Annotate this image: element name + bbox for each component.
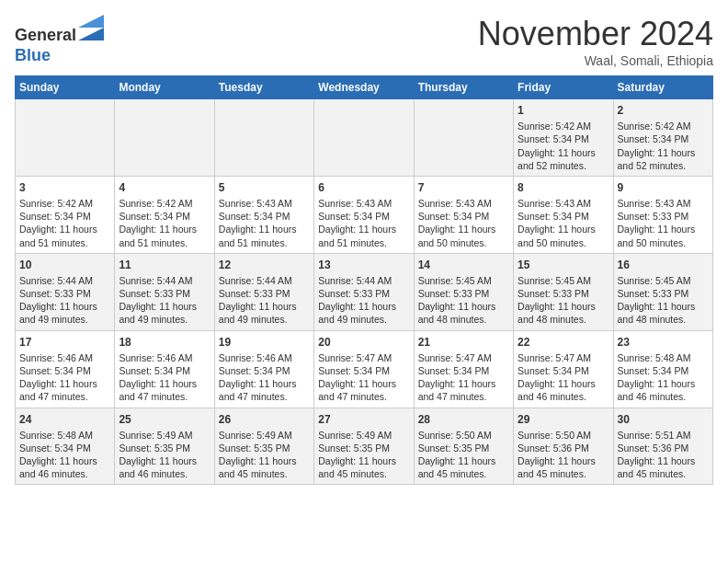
cell-info: Daylight: 11 hours: [618, 146, 709, 159]
cell-info: Daylight: 11 hours: [518, 454, 609, 467]
calendar-cell: 30Sunrise: 5:51 AMSunset: 5:36 PMDayligh…: [613, 408, 712, 485]
cell-info: and 45 minutes.: [618, 467, 709, 480]
cell-info: Sunset: 5:34 PM: [119, 210, 210, 223]
day-number: 14: [418, 258, 509, 272]
week-row-3: 10Sunrise: 5:44 AMSunset: 5:33 PMDayligh…: [16, 253, 713, 330]
day-number: 24: [19, 412, 110, 427]
cell-info: and 46 minutes.: [119, 467, 210, 480]
day-number: 19: [219, 335, 310, 350]
cell-info: Sunset: 5:34 PM: [19, 364, 110, 377]
calendar-cell: 10Sunrise: 5:44 AMSunset: 5:33 PMDayligh…: [16, 253, 115, 330]
cell-info: Sunset: 5:34 PM: [618, 364, 709, 377]
day-number: 6: [318, 180, 409, 195]
cell-info: Sunrise: 5:47 AM: [518, 351, 609, 364]
cell-info: Daylight: 11 hours: [618, 300, 709, 313]
day-header-wednesday: Wednesday: [314, 76, 414, 99]
cell-info: Sunset: 5:33 PM: [119, 287, 210, 300]
cell-info: Sunset: 5:35 PM: [119, 442, 210, 454]
cell-info: Sunset: 5:33 PM: [618, 210, 709, 223]
cell-info: Daylight: 11 hours: [219, 300, 310, 313]
cell-info: Daylight: 11 hours: [318, 377, 409, 390]
cell-info: Sunrise: 5:49 AM: [318, 429, 409, 442]
cell-info: Daylight: 11 hours: [219, 223, 310, 236]
calendar-cell: 14Sunrise: 5:45 AMSunset: 5:33 PMDayligh…: [414, 253, 513, 330]
cell-info: Sunset: 5:33 PM: [618, 287, 709, 300]
day-number: 20: [318, 335, 409, 350]
day-number: 11: [119, 258, 210, 272]
calendar-cell: [115, 99, 214, 177]
calendar-cell: 17Sunrise: 5:46 AMSunset: 5:34 PMDayligh…: [16, 330, 115, 408]
svg-marker-0: [78, 28, 104, 40]
cell-info: Daylight: 11 hours: [19, 377, 110, 390]
cell-info: Sunset: 5:34 PM: [418, 364, 509, 377]
cell-info: Daylight: 11 hours: [19, 300, 110, 313]
cell-info: Daylight: 11 hours: [418, 377, 509, 390]
cell-info: Daylight: 11 hours: [219, 454, 310, 467]
cell-info: Sunrise: 5:42 AM: [19, 197, 110, 210]
day-number: 29: [518, 412, 609, 427]
cell-info: Daylight: 11 hours: [418, 223, 509, 236]
cell-info: and 47 minutes.: [318, 390, 409, 403]
cell-info: Sunset: 5:34 PM: [518, 132, 609, 145]
logo-blue: Blue: [15, 46, 51, 64]
cell-info: and 51 minutes.: [119, 236, 210, 249]
cell-info: Sunrise: 5:49 AM: [219, 429, 310, 442]
day-number: 4: [119, 180, 210, 195]
calendar-cell: 22Sunrise: 5:47 AMSunset: 5:34 PMDayligh…: [514, 330, 613, 408]
day-number: 9: [618, 180, 709, 195]
cell-info: Sunset: 5:35 PM: [219, 442, 310, 454]
cell-info: Sunrise: 5:44 AM: [19, 274, 110, 287]
cell-info: Daylight: 11 hours: [119, 454, 210, 467]
cell-info: and 49 minutes.: [318, 313, 409, 326]
cell-info: and 52 minutes.: [618, 159, 709, 172]
cell-info: Daylight: 11 hours: [618, 223, 709, 236]
day-number: 15: [518, 258, 609, 272]
cell-info: Daylight: 11 hours: [19, 454, 110, 467]
day-number: 23: [618, 335, 709, 350]
cell-info: and 45 minutes.: [318, 467, 409, 480]
calendar-cell: 24Sunrise: 5:48 AMSunset: 5:34 PMDayligh…: [16, 408, 115, 485]
calendar-cell: [314, 99, 414, 177]
cell-info: Daylight: 11 hours: [518, 223, 609, 236]
week-row-5: 24Sunrise: 5:48 AMSunset: 5:34 PMDayligh…: [16, 408, 713, 485]
cell-info: Sunset: 5:34 PM: [318, 364, 409, 377]
day-number: 26: [219, 412, 310, 427]
cell-info: and 46 minutes.: [518, 390, 609, 403]
cell-info: Sunrise: 5:46 AM: [19, 351, 110, 364]
cell-info: Daylight: 11 hours: [119, 377, 210, 390]
cell-info: Daylight: 11 hours: [119, 300, 210, 313]
cell-info: and 46 minutes.: [19, 467, 110, 480]
calendar-cell: 2Sunrise: 5:42 AMSunset: 5:34 PMDaylight…: [613, 99, 712, 177]
calendar-cell: 13Sunrise: 5:44 AMSunset: 5:33 PMDayligh…: [314, 253, 414, 330]
cell-info: Sunrise: 5:42 AM: [518, 120, 609, 132]
cell-info: and 48 minutes.: [418, 313, 509, 326]
cell-info: Sunset: 5:34 PM: [518, 364, 609, 377]
cell-info: Daylight: 11 hours: [518, 300, 609, 313]
week-row-4: 17Sunrise: 5:46 AMSunset: 5:34 PMDayligh…: [16, 330, 713, 408]
calendar-cell: 11Sunrise: 5:44 AMSunset: 5:33 PMDayligh…: [115, 253, 214, 330]
calendar-cell: 29Sunrise: 5:50 AMSunset: 5:36 PMDayligh…: [514, 408, 613, 485]
cell-info: and 47 minutes.: [19, 390, 110, 403]
cell-info: Daylight: 11 hours: [219, 377, 310, 390]
logo-general: General: [15, 26, 76, 44]
cell-info: Sunset: 5:33 PM: [518, 287, 609, 300]
cell-info: Sunrise: 5:48 AM: [19, 429, 110, 442]
cell-info: Sunset: 5:34 PM: [119, 364, 210, 377]
day-header-thursday: Thursday: [414, 76, 513, 99]
cell-info: Sunrise: 5:49 AM: [119, 429, 210, 442]
day-header-friday: Friday: [514, 76, 613, 99]
cell-info: Sunrise: 5:50 AM: [418, 429, 509, 442]
day-number: 25: [119, 412, 210, 427]
cell-info: Sunrise: 5:44 AM: [119, 274, 210, 287]
day-number: 17: [19, 335, 110, 350]
cell-info: Sunrise: 5:42 AM: [119, 197, 210, 210]
cell-info: Sunset: 5:33 PM: [318, 287, 409, 300]
cell-info: Daylight: 11 hours: [318, 300, 409, 313]
logo-icon: [78, 15, 104, 40]
cell-info: Sunset: 5:34 PM: [219, 210, 310, 223]
cell-info: Daylight: 11 hours: [618, 454, 709, 467]
cell-info: and 50 minutes.: [618, 236, 709, 249]
day-number: 22: [518, 335, 609, 350]
calendar-table: SundayMondayTuesdayWednesdayThursdayFrid…: [15, 75, 713, 485]
day-number: 21: [418, 335, 509, 350]
